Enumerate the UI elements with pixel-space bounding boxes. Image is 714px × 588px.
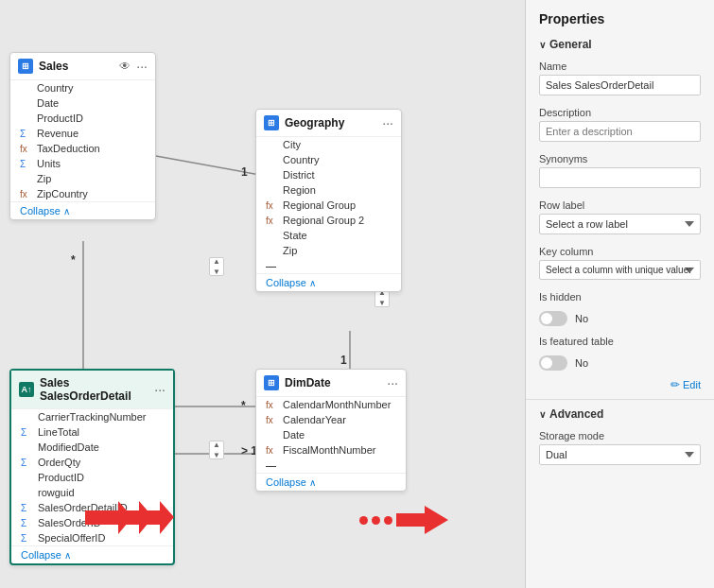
sigma-icon: Σ <box>20 159 33 169</box>
storage-mode-select[interactable]: Dual <box>539 444 701 465</box>
calc-icon: fx <box>266 200 279 211</box>
row-label-select[interactable]: Select a row label <box>539 214 701 234</box>
dimdate-collapse[interactable]: Collapse ∧ <box>256 473 406 491</box>
geography-table: ⊞ Geography ··· City Country District Re… <box>255 109 402 292</box>
svg-marker-8 <box>127 501 174 534</box>
canvas-area: * 1 * * > 1 1 ▲ ▼ ▲ ▼ ▲ ▼ ⊞ Sales 👁 ··· … <box>0 0 525 588</box>
geo-field-regional-group2: fxRegional Group 2 <box>256 213 401 228</box>
mult-geo-1: 1 <box>241 165 248 179</box>
key-column-row: Key column Select a column with unique v… <box>526 240 714 285</box>
mult-sales-order-star: * <box>71 253 76 267</box>
synonyms-row: Synonyms <box>526 147 714 194</box>
advanced-section-header[interactable]: ∨ Advanced <box>526 404 714 424</box>
order-field-modifieddate: ModifiedDate <box>11 440 173 455</box>
big-left-arrow <box>80 492 203 544</box>
is-featured-toggle-row: No <box>526 352 714 374</box>
storage-mode-label: Storage mode <box>539 430 701 441</box>
calc-icon: fx <box>266 400 279 410</box>
geo-table-icon: ⊞ <box>264 115 279 130</box>
is-hidden-value: No <box>575 313 588 324</box>
mult-dimdate-1: 1 <box>340 354 347 367</box>
geo-field-state: State <box>256 228 401 243</box>
name-row: Name <box>526 55 714 101</box>
sales-collapse[interactable]: Collapse ∧ <box>10 201 155 219</box>
dimdate-table: ⊞ DimDate ··· fxCalendarMonthNumber fxCa… <box>255 369 407 492</box>
scroll-indicator-order[interactable]: ▲ ▼ <box>209 441 224 459</box>
order-detail-name: Sales SalesOrderDetail <box>40 376 148 403</box>
name-label: Name <box>539 61 701 72</box>
sales-field-units: ΣUnits <box>10 156 155 171</box>
sales-field-country: Country <box>10 80 155 95</box>
order-detail-collapse[interactable]: Collapse ∧ <box>11 545 173 563</box>
sales-table: ⊞ Sales 👁 ··· Country Date ProductID ΣRe… <box>9 52 156 220</box>
is-featured-section-label: Is featured table <box>526 330 714 349</box>
calc-icon: fx <box>266 415 279 425</box>
edit-link[interactable]: ✏ Edit <box>526 374 714 395</box>
sales-field-zip: Zip <box>10 171 155 186</box>
order-detail-more-icon[interactable]: ··· <box>154 382 165 397</box>
divider <box>526 399 714 400</box>
mult-order-geo: * <box>241 399 246 412</box>
sales-eye-icon[interactable]: 👁 <box>119 60 131 73</box>
sales-field-date: Date <box>10 95 155 111</box>
dimdate-icon: ⊞ <box>264 375 279 390</box>
sales-field-revenue: ΣRevenue <box>10 126 155 141</box>
sales-more-icon[interactable]: ··· <box>136 59 148 74</box>
name-input[interactable] <box>539 75 701 95</box>
key-column-label: Key column <box>539 246 701 257</box>
properties-title: Properties <box>526 0 714 34</box>
scroll-indicator-sales[interactable]: ▲ ▼ <box>209 257 224 276</box>
calc-icon: fx <box>266 216 279 226</box>
sales-field-taxdeduction: fxTaxDeduction <box>10 141 155 156</box>
calc-icon: fx <box>20 189 33 199</box>
order-field-productid: ProductID <box>11 470 173 485</box>
geography-collapse[interactable]: Collapse ∧ <box>256 273 401 291</box>
general-section-label: General <box>549 38 592 51</box>
geo-field-country: Country <box>256 152 401 167</box>
sigma-icon: Σ <box>21 518 34 528</box>
storage-mode-row: Storage mode Dual <box>526 424 714 471</box>
geo-field-region: Region <box>256 182 401 198</box>
advanced-section-label: Advanced <box>549 407 603 421</box>
geography-table-header[interactable]: ⊞ Geography ··· <box>256 110 401 137</box>
is-hidden-toggle[interactable] <box>539 311 567 326</box>
order-detail-header[interactable]: A↑ Sales SalesOrderDetail ··· <box>11 371 173 409</box>
geography-table-name: Geography <box>285 116 376 130</box>
sigma-icon: Σ <box>20 129 33 139</box>
geo-field-city: City <box>256 137 401 152</box>
edit-label: Edit <box>683 379 701 390</box>
dimdate-name: DimDate <box>285 376 381 389</box>
dimdate-header[interactable]: ⊞ DimDate ··· <box>256 370 406 397</box>
synonyms-input[interactable] <box>539 167 701 188</box>
dimdate-field-date: Date <box>256 427 406 442</box>
sales-table-name: Sales <box>39 60 113 73</box>
dimdate-field-fiscalmonth: fxFiscalMonthNumber <box>256 442 406 458</box>
sigma-icon: Σ <box>21 503 34 513</box>
advanced-chevron: ∨ <box>539 409 546 420</box>
general-chevron: ∨ <box>539 40 546 50</box>
row-label-row: Row label Select a row label <box>526 194 714 240</box>
geography-more-icon[interactable]: ··· <box>382 115 393 130</box>
key-column-select[interactable]: Select a column with unique value: <box>539 260 701 280</box>
dimdate-more-icon[interactable]: ··· <box>387 375 398 390</box>
geo-field-zip: Zip <box>256 243 401 258</box>
calc-icon: fx <box>20 144 33 154</box>
sigma-icon: Σ <box>21 458 34 468</box>
is-hidden-toggle-row: No <box>526 307 714 330</box>
sales-field-productid: ProductID <box>10 111 155 126</box>
order-detail-icon: A↑ <box>19 382 34 397</box>
sigma-icon: Σ <box>21 427 34 438</box>
is-featured-toggle[interactable] <box>539 355 567 371</box>
order-field-orderqty: ΣOrderQty <box>11 455 173 470</box>
dimdate-field-calmonth: fxCalendarMonthNumber <box>256 397 406 412</box>
description-input[interactable] <box>539 121 701 142</box>
general-section-header[interactable]: ∨ General <box>526 34 714 55</box>
order-field-linetotal: ΣLineTotal <box>11 424 173 440</box>
is-featured-value: No <box>575 357 588 369</box>
geo-field-district: District <box>256 167 401 182</box>
sales-table-header[interactable]: ⊞ Sales 👁 ··· <box>10 53 155 80</box>
order-field-carrier: CarrierTrackingNumber <box>11 409 173 424</box>
sigma-icon: Σ <box>21 533 34 544</box>
row-label-label: Row label <box>539 199 701 211</box>
description-label: Description <box>539 107 701 118</box>
